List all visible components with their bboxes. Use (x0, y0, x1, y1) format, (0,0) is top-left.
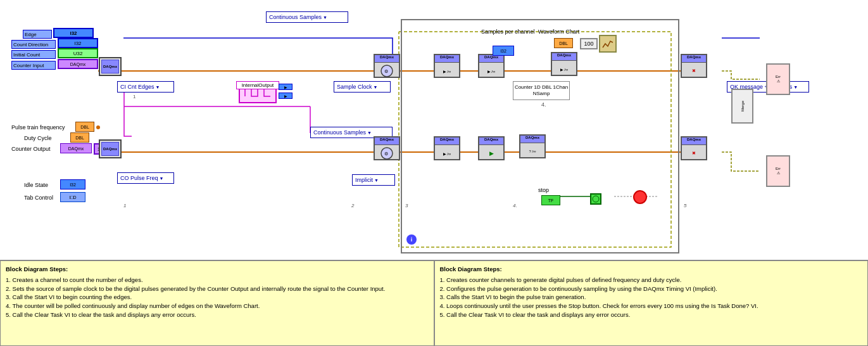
description-area: Block Diagram Steps: 1. Creates a channe… (0, 260, 868, 346)
stop-button[interactable] (633, 190, 647, 204)
desc-left-step3: 3. Call the Start VI to begin counting t… (6, 293, 429, 302)
counter-num-4: 4. (541, 101, 546, 108)
tab-control-terminal: I□D (60, 192, 85, 202)
stop-tf-terminal: TF (541, 195, 560, 205)
samples-i32-terminal: I32 (493, 46, 514, 56)
counter-1d-dbl-label: Counter 1D DBL 1Chan NSamp (513, 81, 570, 100)
duty-cycle-dbl-terminal: DBL (70, 132, 89, 143)
ci-cnt-edges-button[interactable]: CI Cnt Edges ▼ (117, 81, 174, 93)
merge-errors-block: Merge (731, 89, 753, 124)
desc-left-step1: 1. Creates a channel to count the number… (6, 276, 429, 285)
daqmx-channel-ci: DAQmx ⚙ (374, 54, 400, 78)
counter-output-daqmx-terminal: DAQmx (60, 143, 92, 153)
gray-outer-box (401, 19, 679, 253)
daqmx-block-ci-1: DAQmx (99, 57, 122, 76)
corner-num-5: 5 (684, 203, 686, 208)
svg-point-4 (593, 196, 599, 202)
io-terminal-2: ▶ (279, 93, 292, 99)
corner-num-1a: 1 (123, 203, 126, 208)
edge-i32-terminal: I32 (53, 28, 94, 38)
corner-num-2a: 2 (351, 203, 354, 208)
waveform-chart-label: Waveform Chart (538, 29, 579, 35)
stop-label: stop (538, 187, 549, 193)
pulse-train-dbl-terminal: DBL (75, 122, 94, 132)
co-pulse-freq-button[interactable]: CO Pulse Freq ▼ (117, 172, 174, 184)
idle-state-i32-terminal: I32 (60, 179, 85, 189)
daqmx-channel-co: DAQmx ⚙ (374, 136, 400, 160)
desc-right-step4: 4. Loops continuously until the user pre… (440, 302, 863, 311)
sample-clock-button[interactable]: Sample Clock ▼ (334, 81, 391, 93)
counter-input-label: Counter Input (11, 61, 56, 70)
implicit-button[interactable]: Implicit ▼ (352, 174, 395, 186)
internal-output-label: InternalOutput (236, 81, 279, 89)
bool-constant (590, 193, 601, 205)
description-right: Block Diagram Steps: 1. Creates counter … (434, 260, 869, 346)
desc-right-step5: 5. Call the Clear Task VI to clear the t… (440, 311, 863, 319)
idle-state-label: Idle State (24, 181, 59, 189)
samples-per-channel-label: Samples per channel (481, 29, 535, 36)
continuous-samples-1-button[interactable]: Continuous Samples ▼ (266, 11, 348, 23)
svg-text:⚙: ⚙ (384, 151, 388, 156)
duty-cycle-label: Duty Cycle (24, 134, 68, 143)
count-direction-i32-terminal: I32 (58, 38, 98, 48)
desc-left-step2: 2. Sets the source of sample clock to be… (6, 285, 429, 293)
desc-left-title: Block Diagram Steps: (6, 265, 429, 274)
error-cluster-bottom: Err⚠ (766, 155, 790, 187)
desc-right-step3: 3. Calls the Start VI to begin the pulse… (440, 293, 863, 302)
description-left: Block Diagram Steps: 1. Creates a channe… (0, 260, 434, 346)
daqmx-clear-co: DAQmx ✖ (681, 136, 707, 160)
edge-terminal: Edge (23, 30, 52, 39)
initial-count-label: Initial Count (11, 50, 56, 59)
node-1-label: 1 (133, 94, 135, 99)
daqmx-block-co-1: DAQmx (99, 139, 122, 158)
pulse-train-freq-label: Pulse train frequency (11, 123, 75, 132)
daqmx-clear-ci: DAQmx ✖ (681, 54, 707, 78)
waveform-100-terminal: 100 (580, 38, 598, 49)
waveform-dbl-terminal: DBL (554, 38, 573, 48)
io-terminal-1: ▶ (279, 84, 292, 90)
desc-right-step2: 2. Configures the pulse generation to be… (440, 285, 863, 293)
block-diagram: Edge I32 Count Direction I32 Initial Cou… (0, 0, 868, 260)
initial-count-u32-terminal: U32 (58, 48, 98, 58)
desc-left-step5: 5. Call the Clear Task VI to clear the t… (6, 311, 429, 319)
counter-input-daqmx-terminal: DAQmx (58, 59, 98, 69)
info-icon: i (406, 234, 417, 245)
pulse-train-dot (96, 125, 100, 129)
counter-output-label: Counter Output (11, 144, 59, 153)
waveform-chart-icon (599, 35, 617, 53)
count-direction-label: Count Direction (11, 40, 56, 49)
internal-output-container: InternalOutput ▶ ▶ (239, 81, 277, 103)
error-cluster-top: Err⚠ (766, 63, 790, 95)
desc-left-step4: 4. The counter will be polled continuous… (6, 302, 429, 311)
desc-right-title: Block Diagram Steps: (440, 265, 863, 274)
desc-right-step1: 1. Creates counter channels to generate … (440, 276, 863, 285)
tab-control-label: Tab Control (24, 193, 59, 202)
svg-text:⚙: ⚙ (384, 69, 388, 74)
